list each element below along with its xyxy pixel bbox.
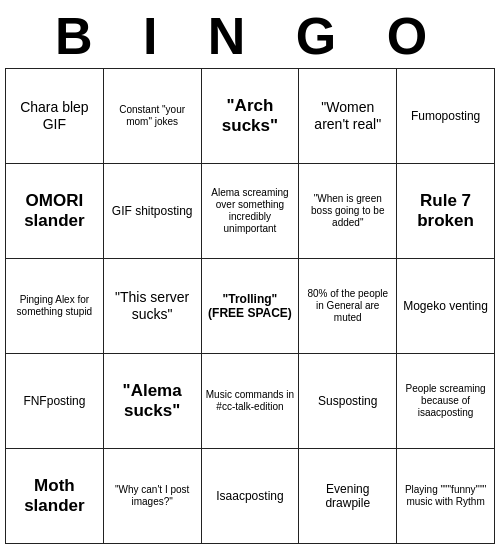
cell-4-2: Isaacposting [201, 449, 299, 544]
cell-0-0: Chara blep GIF [6, 69, 104, 164]
cell-0-4: Fumoposting [397, 69, 495, 164]
cell-4-3: Evening drawpile [299, 449, 397, 544]
cell-2-3: 80% of the people in General are muted [299, 259, 397, 354]
cell-2-2: "Trolling" (FREE SPACE) [201, 259, 299, 354]
cell-3-4: People screaming because of isaacposting [397, 354, 495, 449]
cell-4-0: Moth slander [6, 449, 104, 544]
cell-1-1: GIF shitposting [103, 164, 201, 259]
cell-3-3: Susposting [299, 354, 397, 449]
cell-2-0: Pinging Alex for something stupid [6, 259, 104, 354]
cell-2-4: Mogeko venting [397, 259, 495, 354]
cell-0-1: Constant "your mom" jokes [103, 69, 201, 164]
bingo-grid: Chara blep GIFConstant "your mom" jokes"… [5, 68, 495, 544]
cell-0-3: "Women aren't real" [299, 69, 397, 164]
cell-1-4: Rule 7 broken [397, 164, 495, 259]
cell-3-0: FNFposting [6, 354, 104, 449]
cell-3-1: "Alema sucks" [103, 354, 201, 449]
cell-1-2: Alema screaming over something incredibl… [201, 164, 299, 259]
cell-1-0: OMORI slander [6, 164, 104, 259]
cell-0-2: "Arch sucks" [201, 69, 299, 164]
cell-2-1: "This server sucks" [103, 259, 201, 354]
bingo-title: B I N G O [0, 0, 500, 68]
cell-1-3: "When is green boss going to be added" [299, 164, 397, 259]
cell-4-1: "Why can't I post images?" [103, 449, 201, 544]
cell-4-4: Playing """funny""" music with Rythm [397, 449, 495, 544]
cell-3-2: Music commands in #cc-talk-edition [201, 354, 299, 449]
